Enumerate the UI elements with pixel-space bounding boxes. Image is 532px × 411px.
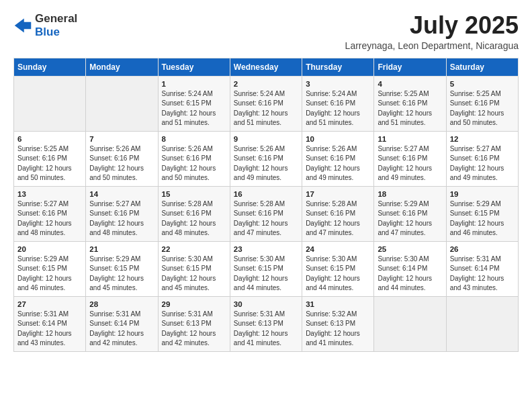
weekday-header-row: SundayMondayTuesdayWednesdayThursdayFrid… [14, 58, 519, 76]
day-sun-info: Sunrise: 5:32 AMSunset: 6:13 PMDaylight:… [306, 310, 370, 349]
day-sun-info: Sunrise: 5:24 AMSunset: 6:16 PMDaylight:… [234, 89, 298, 128]
calendar-week-2: 6Sunrise: 5:25 AMSunset: 6:16 PMDaylight… [14, 131, 519, 186]
calendar-cell: 6Sunrise: 5:25 AMSunset: 6:16 PMDaylight… [14, 131, 86, 186]
day-sun-info: Sunrise: 5:26 AMSunset: 6:16 PMDaylight:… [306, 144, 370, 183]
calendar-cell: 21Sunrise: 5:29 AMSunset: 6:15 PMDayligh… [86, 241, 158, 296]
calendar-cell: 23Sunrise: 5:30 AMSunset: 6:15 PMDayligh… [230, 241, 302, 296]
logo-icon [13, 16, 32, 35]
day-number: 28 [89, 300, 154, 308]
day-number: 29 [162, 300, 226, 308]
day-number: 31 [306, 300, 370, 308]
day-sun-info: Sunrise: 5:29 AMSunset: 6:15 PMDaylight:… [450, 199, 515, 238]
day-number: 4 [378, 80, 442, 88]
calendar-cell: 15Sunrise: 5:28 AMSunset: 6:16 PMDayligh… [158, 186, 230, 241]
calendar-week-5: 27Sunrise: 5:31 AMSunset: 6:14 PMDayligh… [14, 296, 519, 351]
day-number: 23 [234, 245, 298, 253]
calendar-cell: 26Sunrise: 5:31 AMSunset: 6:14 PMDayligh… [446, 241, 518, 296]
calendar-table: SundayMondayTuesdayWednesdayThursdayFrid… [13, 58, 519, 352]
day-number: 21 [89, 245, 154, 253]
weekday-monday: Monday [86, 58, 158, 76]
logo-blue: Blue [35, 26, 60, 38]
day-number: 27 [17, 300, 82, 308]
day-number: 9 [234, 135, 298, 143]
calendar-cell [86, 76, 158, 131]
calendar-cell: 17Sunrise: 5:28 AMSunset: 6:16 PMDayligh… [302, 186, 374, 241]
calendar-cell: 14Sunrise: 5:27 AMSunset: 6:16 PMDayligh… [86, 186, 158, 241]
calendar-cell: 10Sunrise: 5:26 AMSunset: 6:16 PMDayligh… [302, 131, 374, 186]
day-sun-info: Sunrise: 5:25 AMSunset: 6:16 PMDaylight:… [17, 144, 82, 183]
day-number: 20 [17, 245, 82, 253]
day-number: 2 [234, 80, 298, 88]
day-sun-info: Sunrise: 5:27 AMSunset: 6:16 PMDaylight:… [89, 199, 154, 238]
calendar-cell: 2Sunrise: 5:24 AMSunset: 6:16 PMDaylight… [230, 76, 302, 131]
location-title: Larreynaga, Leon Department, Nicaragua [345, 40, 519, 51]
day-sun-info: Sunrise: 5:26 AMSunset: 6:16 PMDaylight:… [234, 144, 298, 183]
logo-text: General Blue [35, 12, 77, 40]
day-number: 3 [306, 80, 370, 88]
page-header: General Blue July 2025 Larreynaga, Leon … [13, 12, 519, 51]
day-sun-info: Sunrise: 5:26 AMSunset: 6:16 PMDaylight:… [162, 144, 226, 183]
day-number: 15 [162, 190, 226, 198]
day-number: 8 [162, 135, 226, 143]
calendar-cell: 7Sunrise: 5:26 AMSunset: 6:16 PMDaylight… [86, 131, 158, 186]
calendar-cell: 11Sunrise: 5:27 AMSunset: 6:16 PMDayligh… [374, 131, 446, 186]
day-sun-info: Sunrise: 5:24 AMSunset: 6:16 PMDaylight:… [306, 89, 370, 128]
calendar-cell: 30Sunrise: 5:31 AMSunset: 6:13 PMDayligh… [230, 296, 302, 351]
day-number: 30 [234, 300, 298, 308]
day-number: 18 [378, 190, 442, 198]
calendar-cell [14, 76, 86, 131]
calendar-cell [374, 296, 446, 351]
title-area: July 2025 Larreynaga, Leon Department, N… [345, 12, 519, 51]
calendar-cell: 8Sunrise: 5:26 AMSunset: 6:16 PMDaylight… [158, 131, 230, 186]
weekday-wednesday: Wednesday [230, 58, 302, 76]
calendar-cell: 5Sunrise: 5:25 AMSunset: 6:16 PMDaylight… [446, 76, 518, 131]
day-number: 22 [162, 245, 226, 253]
weekday-sunday: Sunday [14, 58, 86, 76]
day-number: 7 [89, 135, 154, 143]
day-sun-info: Sunrise: 5:29 AMSunset: 6:15 PMDaylight:… [89, 255, 154, 293]
logo-general: General [35, 12, 77, 25]
weekday-friday: Friday [374, 58, 446, 76]
day-number: 26 [450, 245, 515, 253]
day-number: 24 [306, 245, 370, 253]
month-title: July 2025 [345, 12, 519, 39]
calendar-cell: 28Sunrise: 5:31 AMSunset: 6:14 PMDayligh… [86, 296, 158, 351]
day-number: 11 [378, 135, 442, 143]
day-sun-info: Sunrise: 5:30 AMSunset: 6:15 PMDaylight:… [162, 255, 226, 293]
day-sun-info: Sunrise: 5:28 AMSunset: 6:16 PMDaylight:… [234, 199, 298, 238]
day-sun-info: Sunrise: 5:27 AMSunset: 6:16 PMDaylight:… [450, 144, 515, 183]
day-number: 17 [306, 190, 370, 198]
day-number: 14 [89, 190, 154, 198]
day-number: 19 [450, 190, 515, 198]
calendar-cell: 27Sunrise: 5:31 AMSunset: 6:14 PMDayligh… [14, 296, 86, 351]
day-sun-info: Sunrise: 5:31 AMSunset: 6:14 PMDaylight:… [450, 255, 515, 293]
day-sun-info: Sunrise: 5:25 AMSunset: 6:16 PMDaylight:… [378, 89, 442, 128]
day-sun-info: Sunrise: 5:26 AMSunset: 6:16 PMDaylight:… [89, 144, 154, 183]
calendar-cell: 20Sunrise: 5:29 AMSunset: 6:15 PMDayligh… [14, 241, 86, 296]
day-sun-info: Sunrise: 5:27 AMSunset: 6:16 PMDaylight:… [17, 199, 82, 238]
calendar-cell: 19Sunrise: 5:29 AMSunset: 6:15 PMDayligh… [446, 186, 518, 241]
calendar-cell: 9Sunrise: 5:26 AMSunset: 6:16 PMDaylight… [230, 131, 302, 186]
day-sun-info: Sunrise: 5:28 AMSunset: 6:16 PMDaylight:… [306, 199, 370, 238]
day-number: 5 [450, 80, 515, 88]
calendar-cell: 1Sunrise: 5:24 AMSunset: 6:15 PMDaylight… [158, 76, 230, 131]
calendar-page: General Blue July 2025 Larreynaga, Leon … [0, 0, 532, 411]
calendar-cell [446, 296, 518, 351]
day-number: 16 [234, 190, 298, 198]
day-sun-info: Sunrise: 5:27 AMSunset: 6:16 PMDaylight:… [378, 144, 442, 183]
calendar-week-3: 13Sunrise: 5:27 AMSunset: 6:16 PMDayligh… [14, 186, 519, 241]
day-sun-info: Sunrise: 5:28 AMSunset: 6:16 PMDaylight:… [162, 199, 226, 238]
day-number: 10 [306, 135, 370, 143]
day-number: 13 [17, 190, 82, 198]
weekday-thursday: Thursday [302, 58, 374, 76]
day-sun-info: Sunrise: 5:31 AMSunset: 6:13 PMDaylight:… [162, 310, 226, 349]
calendar-cell: 4Sunrise: 5:25 AMSunset: 6:16 PMDaylight… [374, 76, 446, 131]
calendar-cell: 25Sunrise: 5:30 AMSunset: 6:14 PMDayligh… [374, 241, 446, 296]
calendar-cell: 16Sunrise: 5:28 AMSunset: 6:16 PMDayligh… [230, 186, 302, 241]
calendar-week-4: 20Sunrise: 5:29 AMSunset: 6:15 PMDayligh… [14, 241, 519, 296]
day-sun-info: Sunrise: 5:24 AMSunset: 6:15 PMDaylight:… [162, 89, 226, 128]
day-sun-info: Sunrise: 5:31 AMSunset: 6:13 PMDaylight:… [234, 310, 298, 349]
day-sun-info: Sunrise: 5:29 AMSunset: 6:16 PMDaylight:… [378, 199, 442, 238]
weekday-saturday: Saturday [446, 58, 518, 76]
calendar-cell: 3Sunrise: 5:24 AMSunset: 6:16 PMDaylight… [302, 76, 374, 131]
